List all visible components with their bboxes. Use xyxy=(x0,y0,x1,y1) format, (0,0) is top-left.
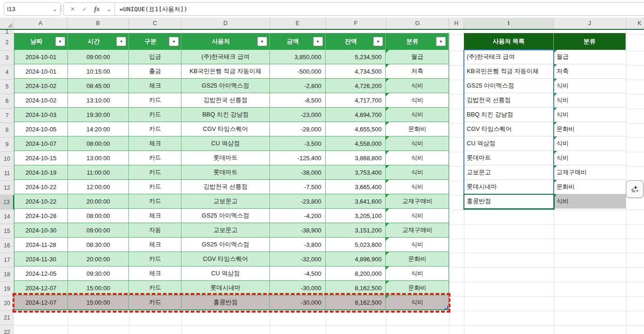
cell-C4[interactable]: 출금 xyxy=(129,64,181,79)
column-header-I[interactable]: I xyxy=(464,18,554,29)
cell-A9[interactable]: 2024-10-07 xyxy=(14,136,68,151)
cell-I3[interactable]: (주)한국테크 급여 xyxy=(464,50,554,64)
cell-D4[interactable]: KB국민은행 적금 자동이체 xyxy=(181,64,270,79)
cell-E11[interactable]: -38,000 xyxy=(270,165,326,180)
cell-D18[interactable]: CU 역삼점 xyxy=(181,266,270,281)
cell-I10[interactable]: 롯데마트 xyxy=(464,151,554,165)
cell-I7[interactable]: BBQ 치킨 강남점 xyxy=(464,108,554,122)
cell-B15[interactable]: 09:00:00 xyxy=(68,223,129,238)
cell-F8[interactable]: 4,655,500 xyxy=(326,122,386,136)
cell-B9[interactable]: 08:00:00 xyxy=(68,136,129,151)
cell-D9[interactable]: CU 역삼점 xyxy=(181,136,270,151)
cell-F16[interactable]: 5,023,600 xyxy=(326,238,386,252)
row-header-2[interactable]: 2 xyxy=(0,34,14,51)
chevron-down-icon[interactable]: ⌄ xyxy=(107,7,111,12)
filter-button[interactable]: ▼ xyxy=(373,37,383,46)
cell-F9[interactable]: 4,558,000 xyxy=(326,136,386,151)
row-header-13[interactable]: 13 xyxy=(0,195,14,210)
cell-D14[interactable]: GS25 아이맥스점 xyxy=(181,209,270,223)
row-header-19[interactable]: 19 xyxy=(0,282,14,296)
cell-G15[interactable]: 교재구매비 xyxy=(386,223,449,238)
cell-G19[interactable]: 문화비 xyxy=(386,281,449,295)
row-header-11[interactable]: 11 xyxy=(0,166,14,181)
cell-E7[interactable]: -23,000 xyxy=(270,108,326,122)
cell-B20[interactable]: 15:00:00 xyxy=(68,295,129,310)
row-header-6[interactable]: 6 xyxy=(0,94,14,109)
cell-G12[interactable]: 식비 xyxy=(386,180,449,194)
cell-A17[interactable]: 2024-11-30 xyxy=(14,252,68,266)
row-header-1[interactable]: 1 xyxy=(0,30,14,34)
cell-C6[interactable]: 카드 xyxy=(129,93,181,108)
cell-D5[interactable]: GS25 아이맥스점 xyxy=(181,79,270,93)
cell-G16[interactable]: 식비 xyxy=(386,238,449,252)
row-header-4[interactable]: 4 xyxy=(0,65,14,80)
column-header-4[interactable]: 사용처▼ xyxy=(181,33,270,50)
cell-A11[interactable]: 2024-10-19 xyxy=(14,165,68,180)
cell-I6[interactable]: 김밥천국 선릉점 xyxy=(464,93,554,108)
cell-A13[interactable]: 2024-10-22 xyxy=(14,194,68,209)
cell-E17[interactable]: -32,000 xyxy=(270,252,326,266)
cell-D6[interactable]: 김밥천국 선릉점 xyxy=(181,93,270,108)
cell-I12[interactable]: 롯데시네마 xyxy=(464,180,554,194)
cell-A18[interactable]: 2024-12-05 xyxy=(14,266,68,281)
cell-G20[interactable]: 식비 xyxy=(386,295,449,310)
cell-C16[interactable]: 체크 xyxy=(129,238,181,252)
column-header-F[interactable]: F xyxy=(326,18,386,29)
row-header-9[interactable]: 9 xyxy=(0,137,14,152)
cell-I8[interactable]: CGV 타임스퀘어 xyxy=(464,122,554,136)
column-header-B[interactable]: B xyxy=(67,18,129,29)
row-header-5[interactable]: 5 xyxy=(0,80,14,94)
row-header-22[interactable]: 22 xyxy=(0,325,14,334)
cell-C13[interactable]: 카드 xyxy=(129,194,181,209)
cell-A6[interactable]: 2024-10-02 xyxy=(14,93,68,108)
fx-icon[interactable]: fx xyxy=(94,6,100,13)
column-header-3[interactable]: 구분▼ xyxy=(129,33,181,50)
filter-button[interactable]: ▼ xyxy=(436,37,446,46)
cell-D7[interactable]: BBQ 치킨 강남점 xyxy=(181,108,270,122)
row-header-16[interactable]: 16 xyxy=(0,239,14,253)
column-header-D[interactable]: D xyxy=(181,18,270,29)
cell-J3[interactable]: 월급 xyxy=(554,50,626,64)
select-all-button[interactable] xyxy=(0,18,14,29)
cell-G7[interactable]: 식비 xyxy=(386,108,449,122)
cell-F13[interactable]: 3,641,600 xyxy=(326,194,386,209)
cell-E6[interactable]: -8,500 xyxy=(270,93,326,108)
cell-I5[interactable]: GS25 아이맥스점 xyxy=(464,79,554,93)
cell-B6[interactable]: 13:10:00 xyxy=(68,93,129,108)
cell-G3[interactable]: 월급 xyxy=(386,50,449,64)
row-header-20[interactable]: 20 xyxy=(0,296,14,311)
row-header-8[interactable]: 8 xyxy=(0,123,14,137)
cell-D10[interactable]: 롯데마트 xyxy=(181,151,270,165)
column-header-merchant-list[interactable]: 사용처 목록 xyxy=(464,33,554,50)
cell-A10[interactable]: 2024-10-15 xyxy=(14,151,68,165)
cell-F11[interactable]: 3,753,400 xyxy=(326,165,386,180)
cell-C3[interactable]: 입금 xyxy=(129,50,181,64)
cell-F3[interactable]: 5,234,500 xyxy=(326,50,386,64)
cell-E16[interactable]: -3,800 xyxy=(270,238,326,252)
cell-A15[interactable]: 2024-10-30 xyxy=(14,223,68,238)
column-header-category[interactable]: 분류 xyxy=(554,33,626,50)
cell-C7[interactable]: 카드 xyxy=(129,108,181,122)
filter-button[interactable]: ▼ xyxy=(257,37,267,46)
cell-D17[interactable]: CGV 타임스퀘어 xyxy=(181,252,270,266)
cell-B7[interactable]: 19:30:00 xyxy=(68,108,129,122)
cell-C17[interactable]: 카드 xyxy=(129,252,181,266)
cell-G17[interactable]: 문화비 xyxy=(386,252,449,266)
cell-A14[interactable]: 2024-10-28 xyxy=(14,209,68,223)
chevron-down-icon[interactable]: ⌄ xyxy=(53,7,57,12)
cell-J8[interactable]: 문화비 xyxy=(554,122,626,136)
cell-C11[interactable]: 카드 xyxy=(129,165,181,180)
cell-I9[interactable]: CU 역삼점 xyxy=(464,136,554,151)
cell-F15[interactable]: 3,151,200 xyxy=(326,223,386,238)
cell-A19[interactable]: 2024-12-07 xyxy=(14,281,68,295)
cell-J11[interactable]: 교재구매비 xyxy=(554,165,626,180)
cell-B19[interactable]: 15:00:00 xyxy=(68,281,129,295)
cell-I4[interactable]: KB국민은행 적금 자동이체 xyxy=(464,64,554,79)
column-header-K[interactable]: K xyxy=(626,18,644,29)
cell-A7[interactable]: 2024-10-03 xyxy=(14,108,68,122)
cell-C9[interactable]: 체크 xyxy=(129,136,181,151)
cell-C20[interactable]: 카드 xyxy=(129,295,181,310)
cell-B8[interactable]: 14:20:00 xyxy=(68,122,129,136)
cell-E3[interactable]: 3,850,000 xyxy=(270,50,326,64)
cell-D13[interactable]: 교보문고 xyxy=(181,194,270,209)
